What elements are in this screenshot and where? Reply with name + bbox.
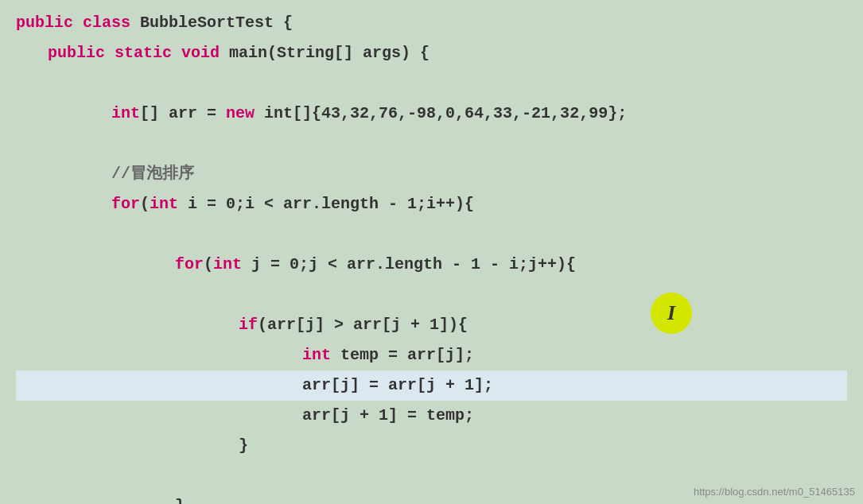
code-line-13: arr[j] = arr[j + 1]; — [16, 370, 847, 401]
class-name: BubbleSortTest { — [140, 8, 293, 38]
keyword-if: if — [239, 310, 258, 340]
for-loop-2-body: j = 0;j < arr.length - 1 - i;j++){ — [242, 250, 576, 280]
code-line-12: int temp = arr[j]; — [16, 340, 847, 370]
comment-bubble-sort: //冒泡排序 — [111, 159, 194, 189]
method-signature: main(String[] args) { — [229, 38, 430, 68]
arr-init: int[]{43,32,76,-98,0,64,33,-21,32,99}; — [264, 99, 627, 129]
keyword-int-4: int — [302, 340, 331, 370]
for-loop-1-body: i = 0;i < arr.length - 1;i++){ — [178, 189, 474, 219]
code-line-3 — [16, 68, 847, 99]
if-condition: (arr[j] > arr[j + 1]){ — [258, 310, 468, 340]
for-loop-1: ( — [140, 189, 150, 219]
code-line-6: //冒泡排序 — [16, 159, 847, 189]
keyword-for-1: for — [111, 189, 140, 219]
code-line-5 — [16, 129, 847, 159]
watermark: https://blog.csdn.net/m0_51465135 — [694, 486, 855, 498]
keyword-int: int — [111, 99, 140, 129]
code-line-1: public class BubbleSortTest { — [16, 8, 847, 38]
code-line-11: if(arr[j] > arr[j + 1]){ — [16, 310, 847, 340]
keyword-int-3: int — [213, 250, 242, 280]
temp-decl: temp = arr[j]; — [331, 340, 474, 370]
keyword-int-2: int — [150, 189, 178, 219]
keyword-public-static-void: public static void — [48, 38, 229, 68]
code-line-8 — [16, 219, 847, 250]
close-brace-if: } — [239, 431, 248, 461]
for-loop-2: ( — [204, 250, 213, 280]
arr-swap-1: arr[j] = arr[j + 1]; — [302, 370, 493, 401]
code-line-7: for(int i = 0;i < arr.length - 1;i++){ — [16, 189, 847, 219]
arr-decl: [] arr = — [140, 99, 226, 129]
code-line-9: for(int j = 0;j < arr.length - 1 - i;j++… — [16, 250, 847, 280]
close-brace-inner-for: } — [175, 491, 185, 504]
keyword-public-class: public class — [16, 8, 140, 38]
code-line-10 — [16, 280, 847, 310]
keyword-for-2: for — [175, 250, 204, 280]
keyword-new: new — [226, 99, 264, 129]
code-line-14: arr[j + 1] = temp; — [16, 401, 847, 431]
arr-swap-2: arr[j + 1] = temp; — [302, 401, 474, 431]
code-line-15: } — [16, 431, 847, 461]
text-cursor-icon: I — [651, 293, 692, 334]
code-container: public class BubbleSortTest { public sta… — [0, 0, 863, 504]
code-line-2: public static void main(String[] args) { — [16, 38, 847, 68]
code-line-4: int[] arr = new int[]{43,32,76,-98,0,64,… — [16, 99, 847, 129]
